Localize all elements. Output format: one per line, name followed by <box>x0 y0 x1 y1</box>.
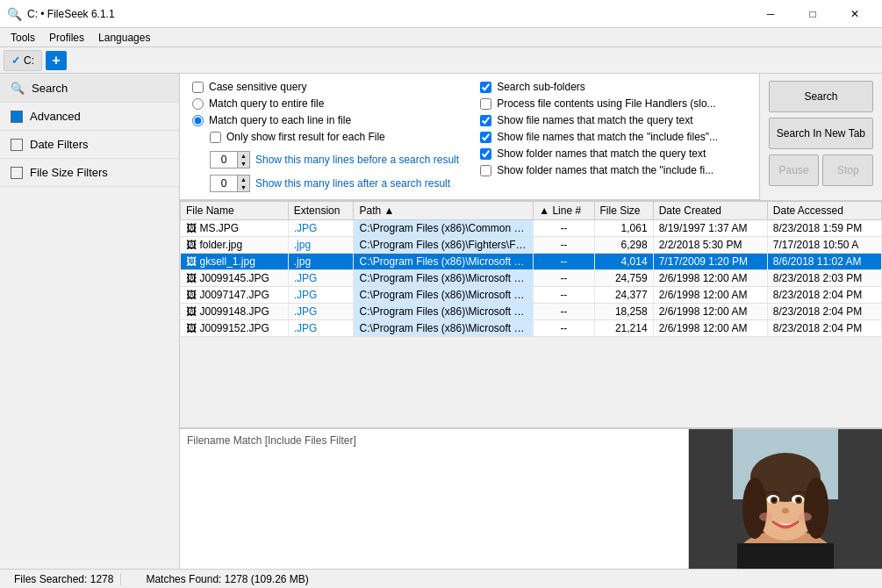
date-filters-checkbox[interactable] <box>11 139 23 151</box>
lines-after-down[interactable]: ▼ <box>237 183 249 191</box>
search-in-new-tab-button[interactable]: Search In New Tab <box>769 118 873 149</box>
cell-filename: 🖼J0099148.JPG <box>181 304 289 320</box>
col-extension[interactable]: Extension <box>288 202 354 220</box>
sidebar-item-advanced[interactable]: ✓ Advanced <box>0 103 179 131</box>
case-sensitive-checkbox[interactable] <box>192 82 204 93</box>
cell-size: 24,759 <box>594 270 653 287</box>
close-button[interactable]: ✕ <box>835 0 875 28</box>
cell-created: 2/6/1998 12:00 AM <box>653 270 767 287</box>
cell-extension: .jpg <box>288 237 354 254</box>
tab-c-drive[interactable]: ✓ C: <box>4 50 42 71</box>
file-size-filters-checkbox[interactable] <box>11 167 23 179</box>
cell-path: C:\Program Files (x86)\Common Files\... <box>354 220 534 237</box>
lines-before-down[interactable]: ▼ <box>237 160 249 168</box>
lines-before-buttons: ▲ ▼ <box>237 152 249 168</box>
maximize-button[interactable]: □ <box>792 0 833 28</box>
main-area: 🔍 Search ✓ Advanced Date Filters File Si… <box>0 74 882 569</box>
image-preview-panel <box>689 429 882 569</box>
table-row[interactable]: 🖼J0099145.JPG .JPG C:\Program Files (x86… <box>181 270 882 287</box>
file-handlers-checkbox[interactable] <box>480 98 491 110</box>
table-row[interactable]: 🖼MS.JPG .JPG C:\Program Files (x86)\Comm… <box>181 220 882 237</box>
search-button[interactable]: Search <box>769 81 873 112</box>
cell-accessed: 8/23/2018 2:03 PM <box>767 270 881 287</box>
cell-extension: .JPG <box>288 220 354 237</box>
cell-created: 7/17/2009 1:20 PM <box>653 254 767 270</box>
lines-after-row: ▲ ▼ Show this many lines after a search … <box>210 175 459 192</box>
app-icon: 🔍 <box>7 7 22 21</box>
svg-point-6 <box>742 477 767 539</box>
options-left-col: Case sensitive query Match query to enti… <box>192 81 459 192</box>
search-options-panel: Case sensitive query Match query to enti… <box>180 74 759 200</box>
tab-label: C: <box>24 54 34 67</box>
first-result-checkbox[interactable] <box>210 132 221 143</box>
case-sensitive-option: Case sensitive query <box>192 81 459 93</box>
cell-created: 2/2/2018 5:30 PM <box>653 237 767 254</box>
lines-after-up[interactable]: ▲ <box>237 176 249 183</box>
table-row[interactable]: 🖼J0099152.JPG .JPG C:\Program Files (x86… <box>181 320 882 337</box>
cell-extension: .JPG <box>288 304 354 320</box>
preview-image-svg <box>689 429 882 569</box>
results-table-wrapper[interactable]: File Name Extension Path ▲ ▲ Line # File… <box>180 201 882 428</box>
table-row[interactable]: 🖼J0099148.JPG .JPG C:\Program Files (x86… <box>181 304 882 320</box>
files-searched-status: Files Searched: 1278 <box>7 573 121 585</box>
lines-after-input[interactable] <box>211 176 237 191</box>
menu-item-tools[interactable]: Tools <box>4 30 42 46</box>
table-row[interactable]: 🖼J0097147.JPG .JPG C:\Program Files (x86… <box>181 287 882 304</box>
match-entire-file-radio[interactable] <box>192 98 204 110</box>
cell-created: 8/19/1997 1:37 AM <box>653 220 767 237</box>
stop-button[interactable]: Stop <box>822 154 873 186</box>
col-path[interactable]: Path ▲ <box>354 202 534 220</box>
match-each-line-label: Match query to each line in file <box>209 114 351 126</box>
preview-label-panel: Filename Match [Include Files Filter] <box>180 429 689 569</box>
pause-button[interactable]: Pause <box>769 154 820 186</box>
cell-size: 4,014 <box>594 254 653 270</box>
file-handlers-label: Process file contents using File Handler… <box>497 97 715 110</box>
cell-line: -- <box>534 270 594 287</box>
cell-filename: 🖼MS.JPG <box>181 220 289 237</box>
col-date-created[interactable]: Date Created <box>653 202 767 220</box>
svg-rect-3 <box>737 543 834 570</box>
show-include-files-checkbox[interactable] <box>480 132 491 143</box>
first-result-label: Only show first result for each File <box>226 131 385 143</box>
sidebar-item-date-filters[interactable]: Date Filters <box>0 131 179 159</box>
table-row[interactable]: 🖼gksell_1.jpg .jpg C:\Program Files (x86… <box>181 254 882 270</box>
show-query-match-checkbox[interactable] <box>480 115 491 126</box>
search-subfolders-checkbox[interactable] <box>480 82 491 93</box>
match-each-line-radio[interactable] <box>192 115 204 126</box>
show-include-files-label: Show file names that match the "include … <box>497 131 718 143</box>
bottom-panel: Filename Match [Include Files Filter] <box>180 428 882 569</box>
table-row[interactable]: 🖼folder.jpg .jpg C:\Program Files (x86)\… <box>181 237 882 254</box>
show-folder-include-checkbox[interactable] <box>480 165 491 176</box>
col-filesize[interactable]: File Size <box>594 202 653 220</box>
lines-before-label[interactable]: Show this many lines before a search res… <box>255 154 459 166</box>
sidebar-item-file-size-filters[interactable]: File Size Filters <box>0 159 179 187</box>
cell-created: 2/6/1998 12:00 AM <box>653 320 767 337</box>
window-controls: ─ □ ✕ <box>750 0 875 28</box>
cell-size: 24,377 <box>594 287 653 304</box>
sidebar-item-search[interactable]: 🔍 Search <box>0 74 179 103</box>
cell-path: C:\Program Files (x86)\Microsoft Offi... <box>354 320 534 337</box>
cell-filename: 🖼gksell_1.jpg <box>181 254 289 270</box>
svg-point-12 <box>772 498 776 502</box>
table-header: File Name Extension Path ▲ ▲ Line # File… <box>181 202 882 220</box>
menu-item-languages[interactable]: Languages <box>91 30 157 46</box>
menu-item-profiles[interactable]: Profiles <box>42 30 91 46</box>
options-right-col: Search sub-folders Process file contents… <box>480 81 718 192</box>
lines-before-spinner: ▲ ▼ <box>210 151 250 169</box>
add-tab-button[interactable]: + <box>46 51 67 70</box>
minimize-button[interactable]: ─ <box>750 0 791 28</box>
cell-line: -- <box>534 220 594 237</box>
cell-line: -- <box>534 320 594 337</box>
col-line[interactable]: ▲ Line # <box>534 202 594 220</box>
col-date-accessed[interactable]: Date Accessed <box>767 202 881 220</box>
options-row: Case sensitive query Match query to enti… <box>180 74 882 201</box>
lines-after-label[interactable]: Show this many lines after a search resu… <box>255 177 450 190</box>
advanced-checkbox[interactable]: ✓ <box>11 111 23 123</box>
col-filename[interactable]: File Name <box>181 202 289 220</box>
search-subfolders-option: Search sub-folders <box>480 81 718 93</box>
svg-point-15 <box>759 513 773 521</box>
lines-before-input[interactable] <box>211 152 237 168</box>
search-subfolders-label: Search sub-folders <box>497 81 585 93</box>
show-folder-query-checkbox[interactable] <box>480 148 491 160</box>
lines-before-up[interactable]: ▲ <box>237 152 249 160</box>
